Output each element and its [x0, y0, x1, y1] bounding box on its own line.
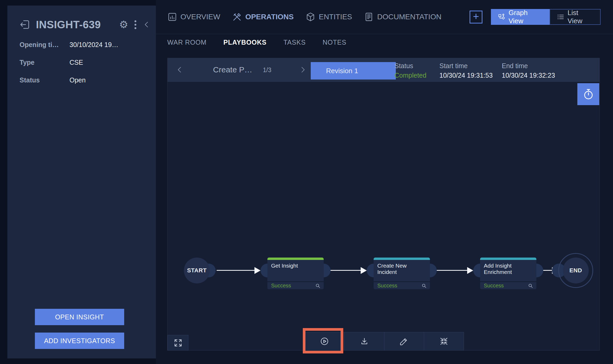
tools-icon	[232, 12, 242, 22]
playbook-header: Create P… 1/3 Revision 1 Status Complete…	[167, 58, 600, 82]
chevron-right-icon[interactable]	[299, 66, 307, 74]
graph-view-button[interactable]: Graph View	[491, 9, 550, 25]
tab-entities[interactable]: ENTITIES	[305, 12, 352, 22]
tab-operations[interactable]: OPERATIONS	[232, 12, 294, 22]
playbook-pager: 1/3	[263, 67, 271, 74]
end-node[interactable]: END	[558, 253, 593, 288]
tab-war-room[interactable]: WAR ROOM	[167, 39, 207, 46]
run-playbook-button[interactable]	[305, 332, 344, 350]
expand-icon	[173, 338, 183, 348]
node-title: Get Insight	[267, 260, 324, 281]
top-nav: OVERVIEW OPERATIONS ENTITIES DOCUMENTATI…	[156, 0, 613, 34]
magnifier-icon[interactable]	[527, 283, 534, 289]
graph-view-icon	[498, 13, 505, 21]
stopwatch-icon	[582, 88, 595, 100]
gear-icon[interactable]: ⚙	[119, 20, 128, 30]
insight-sidebar: INSIGHT-639 ⚙ Opening ti… 30/10/2024 19……	[7, 6, 156, 358]
connector-line	[437, 270, 468, 271]
revision-button[interactable]: Revision 1	[311, 62, 396, 80]
add-investigators-button[interactable]: ADD INVESTIGATORS	[35, 333, 124, 349]
field-label: Type	[20, 59, 69, 66]
document-icon	[364, 12, 374, 22]
connector-line	[543, 270, 552, 271]
timeline-button[interactable]	[577, 83, 599, 105]
list-view-icon	[557, 13, 564, 21]
playbook-canvas[interactable]: START END Get Insight Success	[167, 82, 600, 351]
tab-notes[interactable]: NOTES	[323, 39, 346, 46]
node-status-strip	[267, 258, 324, 260]
connector-line	[330, 270, 361, 271]
magnifier-icon[interactable]	[421, 283, 427, 289]
cube-icon	[305, 12, 315, 22]
insight-fields: Opening ti… 30/10/2024 19… Type CSE Stat…	[20, 41, 148, 94]
start-node[interactable]: START	[184, 258, 210, 283]
end-node-label: END	[563, 258, 589, 283]
kebab-menu-icon[interactable]	[134, 20, 137, 30]
field-label: Opening ti…	[20, 41, 69, 49]
status-column: Status Completed	[394, 62, 426, 79]
bar-chart-icon	[167, 12, 177, 22]
start-time-value: 10/30/24 19:31:53	[439, 72, 493, 79]
tab-playbooks[interactable]: PLAYBOOKS	[224, 39, 267, 46]
plus-icon: +	[473, 11, 479, 22]
field-row: Status Open	[20, 76, 148, 84]
collapse-icon	[439, 337, 449, 346]
tab-tasks[interactable]: TASKS	[284, 39, 306, 46]
status-value: Completed	[394, 72, 426, 79]
pencil-icon	[399, 337, 409, 346]
tab-documentation[interactable]: DOCUMENTATION	[364, 12, 441, 22]
playbook-title: Create P…	[204, 65, 261, 74]
view-toggle: Graph View List View	[491, 9, 601, 25]
field-label: Status	[20, 76, 69, 84]
connector-arrow	[361, 267, 367, 274]
collapse-sidebar-icon[interactable]	[143, 21, 151, 29]
node-status-strip	[480, 258, 536, 260]
download-icon	[360, 337, 369, 346]
start-time-column: Start time 10/30/24 19:31:53	[439, 62, 493, 79]
playbook-panel: Create P… 1/3 Revision 1 Status Complete…	[167, 58, 600, 351]
download-button[interactable]	[344, 332, 384, 350]
sidebar-header: INSIGHT-639 ⚙	[19, 17, 151, 32]
field-row: Opening ti… 30/10/2024 19…	[20, 41, 148, 49]
open-insight-button[interactable]: OPEN INSIGHT	[35, 309, 124, 325]
field-value: 30/10/2024 19…	[69, 41, 118, 49]
fit-to-screen-button[interactable]	[424, 332, 464, 350]
node-title: Add Insight Enrichment	[480, 260, 536, 281]
chevron-left-icon[interactable]	[176, 66, 184, 74]
fullscreen-button[interactable]	[168, 335, 188, 351]
node-get-insight[interactable]: Get Insight Success	[267, 258, 324, 289]
node-title: Create New Incident	[374, 260, 430, 281]
field-row: Type CSE	[20, 59, 148, 66]
connector-arrow	[254, 267, 261, 274]
app-root: INSIGHT-639 ⚙ Opening ti… 30/10/2024 19……	[0, 0, 613, 364]
connector-arrow	[467, 267, 473, 274]
edit-button[interactable]	[384, 332, 424, 350]
field-value: Open	[69, 76, 86, 84]
connector-line	[217, 270, 255, 271]
end-time-value: 10/30/24 19:32:23	[502, 72, 555, 79]
start-time-label: Start time	[439, 62, 493, 70]
node-status-strip	[374, 258, 430, 260]
end-time-column: End time 10/30/24 19:32:23	[502, 62, 555, 79]
canvas-toolbar	[304, 332, 464, 351]
tab-overview[interactable]: OVERVIEW	[167, 12, 220, 22]
back-icon[interactable]	[19, 19, 31, 30]
field-value: CSE	[69, 59, 83, 66]
main-region: OVERVIEW OPERATIONS ENTITIES DOCUMENTATI…	[156, 0, 613, 364]
node-result: Success	[271, 283, 291, 289]
magnifier-icon[interactable]	[315, 283, 321, 289]
sub-nav: WAR ROOM PLAYBOOKS TASKS NOTES	[156, 34, 613, 50]
end-time-label: End time	[502, 62, 555, 70]
node-result: Success	[484, 283, 504, 289]
node-result: Success	[377, 283, 397, 289]
node-create-new-incident[interactable]: Create New Incident Success	[374, 258, 430, 289]
insight-title: INSIGHT-639	[36, 19, 101, 31]
add-playbook-button[interactable]: +	[470, 11, 482, 24]
list-view-button[interactable]: List View	[550, 9, 601, 25]
play-icon	[320, 337, 329, 346]
node-add-insight-enrichment[interactable]: Add Insight Enrichment Success	[480, 258, 536, 289]
status-label: Status	[394, 62, 426, 70]
